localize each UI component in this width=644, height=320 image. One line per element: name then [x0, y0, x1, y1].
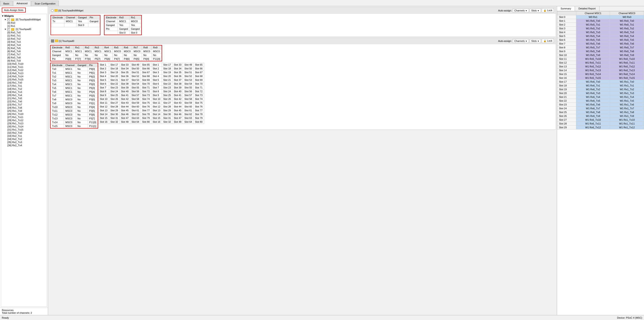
summary-msc1-cell: W1 Rx6_Tx7: [576, 107, 610, 110]
th-ganged: Ganged: [76, 63, 88, 67]
tree-item-rx0-tx9[interactable]: [9] Rx0_Tx9: [1, 59, 47, 62]
tree-item-rx1-tx3[interactable]: [19] Rx1_Tx3: [1, 90, 47, 94]
cell: MSC1: [64, 94, 76, 98]
slot-cell: Slot 19: [109, 71, 120, 74]
center-panel: [0] TouchpadInitWidget Auto-assign: Chan…: [48, 6, 557, 315]
widget0-radio[interactable]: [51, 9, 54, 12]
widget1-lock-button[interactable]: 🔒 Lock: [542, 39, 554, 43]
cell: Tx8: [51, 98, 64, 101]
tree-item-rx1-tx5[interactable]: [21] Rx1_Tx5: [1, 97, 47, 100]
tree-item-rx0-tx2[interactable]: [2] Rx0_Tx2: [1, 37, 47, 40]
tree-root-widgets: ▾Widgets: [1, 14, 47, 18]
tree-item-rx1-tx13[interactable]: [29] Rx1_Tx13: [1, 122, 47, 125]
cell: No: [76, 101, 88, 105]
tree-item-rx1-tx12[interactable]: [28] Rx1_Tx12: [1, 119, 47, 122]
tree-item-rx0-tx15[interactable]: [15] Rx0_Tx15: [1, 78, 47, 81]
table-row: Slot 0: [51, 23, 100, 27]
tree-item-rx1-tx8[interactable]: [24] Rx1_Tx8: [1, 106, 47, 109]
tree-item-rx2-tx0[interactable]: [32] Rx2_Tx0: [1, 131, 47, 134]
summary-msc1-cell: W1 Rx5_Tx6: [576, 42, 610, 46]
slot-cell: Slot 8: [151, 90, 162, 93]
widget0-channels-dropdown[interactable]: Channels: [513, 9, 529, 13]
tree-item-rx0-tx4[interactable]: [4] Rx0_Tx4: [1, 44, 47, 47]
widget1-slots-dropdown[interactable]: Slots: [530, 39, 541, 43]
summary-slot-label: Slot 5: [557, 34, 576, 38]
summary-msc0-cell: W1 Rx0_Tx11: [610, 61, 644, 65]
cell: Tx6: [51, 90, 64, 94]
tab-detailed-report[interactable]: Detailed Report: [575, 6, 599, 11]
tree-item-rx1-tx14[interactable]: [30] Rx1_Tx14: [1, 125, 47, 128]
tree-item-rx0-tx11[interactable]: [11] Rx0_Tx11: [1, 65, 47, 69]
tree-item-rx1-tx2[interactable]: [18] Rx1_Tx2: [1, 87, 47, 90]
tree-item-rx1-tx6[interactable]: [22] Rx1_Tx6: [1, 100, 47, 103]
tree-item-rx0-tx0[interactable]: [0] Rx0_Tx0: [1, 31, 47, 34]
tree-item-rx1-tx0[interactable]: [16] Rx1_Tx0: [1, 81, 47, 84]
tree-item-rx0[interactable]: [0] Rx0: [1, 21, 47, 24]
tree-item-rx1-tx15[interactable]: [31] Rx1_Tx15: [1, 128, 47, 131]
tree-item-rx0-tx1[interactable]: [1] Rx0_Tx1: [1, 34, 47, 37]
tree-item-rx0-tx14[interactable]: [14] Rx0_Tx14: [1, 75, 47, 78]
tree-item-rx2-tx1[interactable]: [33] Rx2_Tx1: [1, 134, 47, 137]
widget-tree[interactable]: ▾Widgets ▾ [0] TouchpadInitWidget [0] Rx…: [1, 14, 47, 307]
cell: P3[0]: [88, 98, 98, 101]
tab-scan-configuration[interactable]: Scan Configuration: [31, 1, 59, 6]
widget0-lock-button[interactable]: 🔒 Lock: [542, 8, 554, 13]
cell: P11[4]: [152, 57, 162, 61]
cell: P9[1]: [88, 71, 98, 75]
tree-item-rx1-tx7[interactable]: [23] Rx1_Tx7: [1, 103, 47, 106]
cell: MSC1: [74, 50, 84, 53]
cell: P3[7]: [88, 117, 98, 120]
cell: No: [76, 113, 88, 117]
tree-item-rx0-tx6[interactable]: [6] Rx0_Tx6: [1, 50, 47, 53]
cell: No: [84, 53, 93, 57]
table-row: Ganged No No No No No No No No: [51, 53, 162, 57]
tab-summary[interactable]: Summary: [557, 6, 575, 11]
tree-item-rx1-tx4[interactable]: [20] Rx1_Tx4: [1, 94, 47, 97]
tree-item-rx0-tx3[interactable]: [3] Rx0_Tx3: [1, 40, 47, 44]
cell: Rx0: [64, 46, 74, 50]
slot-cell: Slot 27: [162, 101, 172, 105]
widget1-slot-table: Slot 1Slot 17Slot 33Slot 49Slot 65Slot 1…: [98, 63, 204, 124]
tree-item-rx0-tx10[interactable]: [10] Rx0_Tx10: [1, 62, 47, 65]
tree-item-rx1-tx9[interactable]: [25] Rx1_Tx9: [1, 109, 47, 112]
tab-basic[interactable]: Basic: [0, 1, 13, 6]
tree-item-touchpad-init-widget[interactable]: ▾ [0] TouchpadInitWidget: [1, 18, 47, 21]
tree-item-rx1-tx1[interactable]: [17] Rx1_Tx1: [1, 84, 47, 87]
cell: P7[6]: [84, 57, 93, 61]
tab-advanced[interactable]: Advanced: [13, 1, 31, 6]
summary-msc0-cell: W1 Rx1_Tx4: [610, 95, 644, 99]
widget0-left-table-wrapper: Electrode Channel Ganged Pin Tx: [50, 15, 100, 35]
center-scroll[interactable]: [0] TouchpadInitWidget Auto-assign: Chan…: [48, 6, 557, 315]
tree-item-rx0-tx13[interactable]: [13] Rx0_Tx13: [1, 72, 47, 75]
tree-item-rx0-tx5[interactable]: [5] Rx0_Tx5: [1, 47, 47, 50]
tree-item-rx0-tx8[interactable]: [8] Rx0_Tx8: [1, 56, 47, 59]
auto-assign-slots-button[interactable]: Auto-Assign Slots: [2, 8, 26, 13]
widget0-slots-dropdown[interactable]: Slots: [530, 9, 541, 13]
tree-item-rx2-tx2[interactable]: [34] Rx2_Tx2: [1, 137, 47, 141]
list-item: Slot 5W1 Rx5_Tx4W1 Rx0_Tx4: [557, 34, 644, 38]
tree-item-rx1-tx10[interactable]: [26] Rx1_Tx10: [1, 112, 47, 115]
slot-cell: Slot 23: [109, 86, 120, 90]
tree-item-rx1-tx11[interactable]: [27] Rx1_Tx11: [1, 115, 47, 119]
list-item: Slot 21W1 Rx6_Tx4W1 Rx1_Tx4: [557, 95, 644, 99]
slot-cell: Slot 3: [151, 71, 162, 74]
summary-content[interactable]: Channel MSC1 Channel MSC0 Slot 0W0 Rx1W0…: [557, 11, 644, 315]
checkbox-touchpad0[interactable]: [7, 28, 10, 31]
widget0-content: Electrode Channel Ganged Pin Tx: [49, 14, 556, 37]
tree-item-rx0-tx12[interactable]: [12] Rx0_Tx12: [1, 69, 47, 72]
cell: MSC0: [64, 120, 76, 124]
widget1-channels-dropdown[interactable]: Channels: [513, 39, 529, 43]
checkbox-touchpad-init[interactable]: [7, 18, 10, 21]
slot-cell: Slot 66: [141, 67, 151, 71]
slot-cell: Slot 39: [172, 86, 183, 90]
tree-item-rx0-tx7[interactable]: [7] Rx0_Tx7: [1, 53, 47, 56]
tree-item-rx2-tx3[interactable]: [35] Rx2_Tx3: [1, 141, 47, 144]
tree-item-rx2-tx4[interactable]: [36] Rx2_Tx4: [1, 144, 47, 147]
cell: Tx0: [51, 67, 64, 71]
summary-msc0-cell: W1 Rx1_Tx12: [610, 126, 644, 129]
cell: MSC0: [64, 98, 76, 101]
table-row: Tx11MSC0NoP3[5]: [51, 109, 98, 113]
summary-msc1-cell: W1 Rx5_Tx14: [576, 72, 610, 76]
tree-item-touchpad0[interactable]: ▾ [1] Touchpad0: [1, 28, 47, 31]
tree-item-rx1[interactable]: [1] Rx1: [1, 24, 47, 28]
